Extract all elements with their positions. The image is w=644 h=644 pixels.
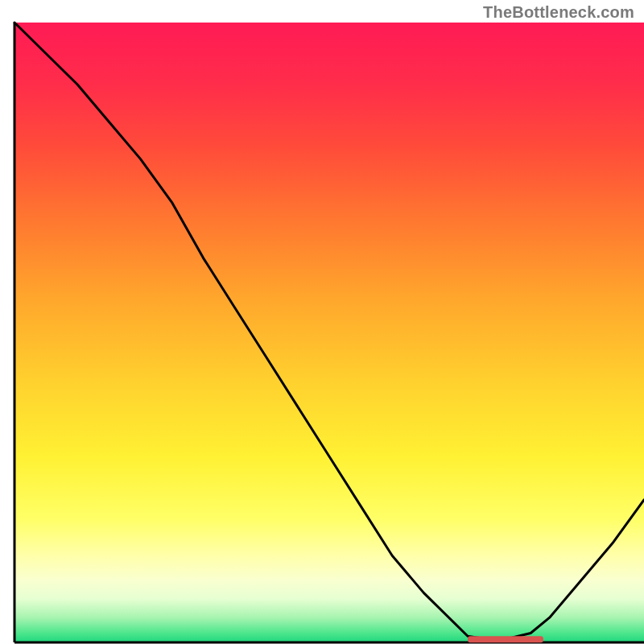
gradient-background <box>14 23 644 642</box>
optimal-range-marker <box>468 636 543 642</box>
chart-container: TheBottleneck.com <box>0 0 644 644</box>
bottleneck-chart <box>0 0 644 644</box>
